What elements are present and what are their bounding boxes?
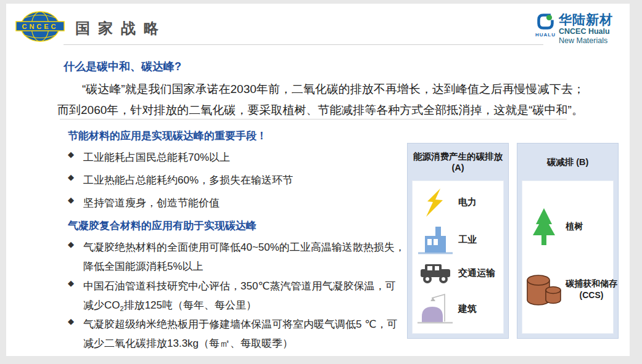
panel-item-label: 碳捕获和储存 (CCS) [566, 278, 617, 301]
slide-screenshot: { "colors": { "accent_blue": "#1e4e9d", … [0, 0, 642, 364]
energy-bullet: ◆ 工业能耗占国民总能耗70%以上 [68, 148, 230, 167]
panel-item-industry: 工业 [413, 224, 503, 256]
panel-item-transport: 交通运输 [413, 262, 503, 285]
car-icon [413, 262, 458, 285]
panel-item-label: 交通运输 [458, 267, 495, 279]
section-divider [60, 119, 567, 119]
bullet-text: 气凝胶超级纳米绝热板用于修建墙体保温可将室内暖气调低5 ℃，可减少二氧化碳排放1… [83, 315, 405, 353]
page-title: 国家战略 [75, 18, 167, 38]
hualu-mark-icon [536, 12, 556, 33]
panel-item-tree-planting: 植树 [522, 207, 613, 246]
panel-b-title: 碳减排 (B) [517, 144, 618, 180]
factory-icon [413, 224, 458, 256]
panel-carbon-emissions: 能源消费产生的碳排放 (A) 电力 [407, 143, 509, 339]
svg-text:CNCEC: CNCEC [22, 23, 58, 30]
lightning-icon [413, 188, 458, 217]
bullet-text-post: 排放125吨（每年、每公里） [124, 299, 257, 311]
bullet-text: 中国石油管道科技研究中心评估，350℃蒸汽管道用气凝胶保温，可减少CO2排放12… [83, 277, 405, 318]
panel-item-label: 电力 [458, 196, 477, 208]
bullet-diamond-icon: ◆ [68, 171, 83, 182]
aerogel-bullet: ◆ 中国石油管道科技研究中心评估，350℃蒸汽管道用气凝胶保温，可减少CO2排放… [68, 277, 405, 318]
panel-item-electricity: 电力 [413, 188, 503, 217]
bullet-text: 工业热能占总能耗约60%，多损失在输送环节 [83, 171, 293, 190]
bullet-text: 气凝胶绝热材料的全面使用可降低40~50%的工业高温输送散热损失，降低全国能源消… [83, 238, 405, 276]
hualu-name-en2: New Materials [559, 36, 613, 46]
ccs-label-line2: (CCS) [580, 290, 604, 300]
hualu-logo: HUALU 华陆新材 CNCEC Hualu New Materials [535, 12, 613, 46]
panel-item-label: 工业 [458, 234, 477, 246]
panel-b-body: 植树 碳捕获和储存 (CCS) [522, 180, 614, 334]
hualu-name-cn: 华陆新材 [559, 12, 613, 27]
tree-icon [522, 207, 566, 246]
bullet-diamond-icon: ◆ [68, 148, 83, 159]
bullet-diamond-icon: ◆ [68, 238, 83, 249]
hualu-logo-sub-label: HUALU [535, 32, 556, 38]
panel-a-body: 电力 工业 [412, 180, 504, 334]
bullet-diamond-icon: ◆ [68, 277, 83, 288]
panel-carbon-reduction: 碳减排 (B) 植树 [517, 143, 619, 339]
bullet-diamond-icon: ◆ [68, 315, 83, 326]
panel-item-label: 植树 [566, 220, 583, 232]
panel-a-title: 能源消费产生的碳排放 (A) [408, 144, 508, 180]
intro-paragraph: “碳达峰”就是我们国家承诺在2030年前，二氧化碳的排放不再增长，达到峰值之后再… [57, 79, 585, 121]
bullet-text: 坚持管道瘦身，创造节能价值 [83, 193, 220, 212]
aerogel-bullet: ◆ 气凝胶超级纳米绝热板用于修建墙体保温可将室内暖气调低5 ℃，可减少二氧化碳排… [68, 315, 405, 353]
aerogel-bullet: ◆ 气凝胶绝热材料的全面使用可降低40~50%的工业高温输送散热损失，降低全国能… [68, 238, 405, 276]
energy-bullet: ◆ 工业热能占总能耗约60%，多损失在输送环节 [68, 171, 293, 190]
hualu-name-en1: CNCEC Hualu [559, 27, 613, 36]
bullet-text: 工业能耗占国民总能耗70%以上 [83, 148, 230, 167]
panel-item-construction: 建筑 [413, 291, 503, 326]
panel-item-ccs: 碳捕获和储存 (CCS) [522, 272, 613, 307]
cncec-globe-logo-icon: CNCEC [15, 10, 65, 46]
bullet-diamond-icon: ◆ [68, 193, 83, 204]
panel-item-label: 建筑 [458, 303, 477, 315]
title-divider [64, 44, 543, 45]
intro-heading: 什么是碳中和、碳达峰? [64, 59, 181, 74]
energy-bullet: ◆ 坚持管道瘦身，创造节能价值 [68, 193, 220, 212]
slide: CNCEC 国家战略 HUALU 华陆新材 CNCEC Hualu New Ma… [6, 4, 630, 356]
barrels-icon [522, 272, 566, 307]
building-dome-icon [413, 291, 458, 326]
aerogel-section-heading: 气凝胶复合材料的应用有助于实现碳达峰 [68, 219, 257, 233]
energy-section-heading: 节能材料的应用是实现碳达峰的重要手段！ [68, 129, 267, 143]
ccs-label-line1: 碳捕获和储存 [566, 278, 617, 288]
